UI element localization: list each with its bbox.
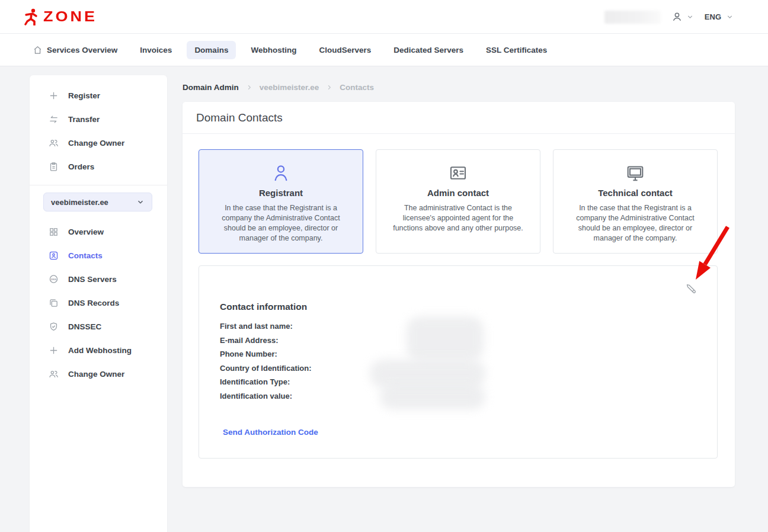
sidebar-item-change-owner[interactable]: Change Owner: [30, 131, 167, 155]
field-label-country: Country of Identification:: [220, 361, 312, 376]
send-authorization-code-link[interactable]: Send Authorization Code: [223, 428, 318, 437]
nav-webhosting[interactable]: Webhosting: [243, 41, 304, 59]
redacted-contact-values: [380, 384, 485, 409]
shield-check-icon: [49, 322, 59, 332]
contact-type-registrant[interactable]: Registrant In the case that the Registra…: [199, 149, 363, 254]
sidebar-item-change-owner-domain[interactable]: Change Owner: [30, 362, 167, 386]
header-right: ENG: [604, 0, 734, 34]
contact-type-description: The administrative Contact is the licens…: [386, 203, 530, 233]
nav-label: Invoices: [140, 46, 172, 55]
nav-label: Dedicated Servers: [393, 46, 463, 55]
contact-info-title: Contact information: [220, 302, 307, 312]
contact-type-title: Technical contact: [563, 188, 708, 198]
page-title: Domain Contacts: [196, 111, 283, 124]
username-redacted: [604, 11, 661, 24]
contact-info-box: Contact information First and last name:…: [199, 265, 718, 459]
field-label-id-type: Identification Type:: [220, 375, 312, 389]
contact-type-description: In the case that the Registrant is a com…: [209, 203, 353, 243]
person-icon: [671, 11, 683, 23]
contact-type-title: Admin contact: [386, 188, 530, 198]
language-label: ENG: [705, 12, 721, 21]
id-card-icon: [386, 162, 530, 184]
brand-logo[interactable]: ZONE: [24, 8, 97, 25]
nav-services-overview[interactable]: Services Overview: [25, 41, 125, 59]
transfer-arrows-icon: [49, 114, 59, 124]
nav-domains[interactable]: Domains: [187, 41, 236, 59]
sidebar-item-register[interactable]: Register: [30, 84, 167, 107]
language-selector[interactable]: ENG: [705, 12, 734, 21]
nav-label: SSL Certificates: [486, 46, 547, 55]
account-menu[interactable]: [671, 11, 694, 23]
sidebar-item-dns-records[interactable]: DNS Records: [30, 291, 167, 315]
chevron-down-icon: [726, 13, 734, 21]
breadcrumb-domain[interactable]: veebimeister.ee: [260, 83, 319, 92]
person-icon: [209, 162, 353, 184]
layers-icon: [49, 298, 59, 308]
home-icon: [33, 46, 42, 55]
top-header: ZONE ENG: [0, 0, 768, 34]
field-label-id-value: Identification value:: [220, 389, 312, 403]
main-nav: Services Overview Invoices Domains Webho…: [0, 34, 768, 66]
sidebar-item-label: DNSSEC: [68, 322, 101, 331]
sidebar-item-contacts[interactable]: Contacts: [30, 243, 167, 267]
edit-contact-button[interactable]: [684, 282, 697, 295]
sidebar-item-label: Register: [68, 91, 100, 100]
field-label-name: First and last name:: [220, 319, 312, 334]
sidebar-item-dnssec[interactable]: DNSSEC: [30, 315, 167, 338]
nav-cloudservers[interactable]: CloudServers: [311, 41, 379, 59]
nav-invoices[interactable]: Invoices: [132, 41, 180, 59]
sidebar-item-label: DNS Records: [68, 299, 119, 307]
sidebar-divider: [30, 185, 167, 185]
brand-name: ZONE: [43, 9, 97, 24]
sidebar-item-label: DNS Servers: [68, 275, 117, 284]
contact-card-icon: [49, 251, 59, 261]
plus-icon: [49, 345, 59, 355]
sidebar-item-orders[interactable]: Orders: [30, 155, 167, 178]
breadcrumb-contacts[interactable]: Contacts: [340, 83, 374, 92]
field-label-phone: Phone Number:: [220, 347, 312, 361]
page: ZONE ENG: [0, 0, 768, 532]
sidebar-item-overview[interactable]: Overview: [30, 220, 167, 243]
redacted-contact-values: [407, 316, 484, 361]
sidebar-item-label: Change Owner: [68, 139, 124, 148]
sidebar-item-label: Orders: [68, 162, 94, 171]
contact-type-technical[interactable]: Technical contact In the case that the R…: [553, 149, 718, 254]
nav-label: Webhosting: [251, 46, 296, 55]
sidebar-item-label: Change Owner: [68, 370, 124, 379]
nav-label: Services Overview: [47, 46, 117, 55]
clipboard-icon: [49, 162, 59, 172]
chevron-right-icon: [326, 84, 332, 91]
users-icon: [49, 138, 59, 148]
contact-type-admin[interactable]: Admin contact The administrative Contact…: [376, 149, 540, 254]
running-man-icon: [24, 8, 39, 25]
nav-dedicated-servers[interactable]: Dedicated Servers: [386, 41, 471, 59]
chevron-down-icon: [686, 13, 694, 21]
svg-text:DNS: DNS: [51, 278, 56, 281]
breadcrumb-domain-admin[interactable]: Domain Admin: [183, 83, 239, 92]
field-label-email: E-mail Address:: [220, 334, 312, 348]
breadcrumb: Domain Admin veebimeister.ee Contacts: [183, 83, 374, 92]
users-icon: [49, 369, 59, 379]
contact-info-fields: First and last name: E-mail Address: Pho…: [220, 319, 312, 403]
sidebar-item-dns-servers[interactable]: DNS DNS Servers: [30, 267, 167, 291]
nav-label: CloudServers: [319, 46, 371, 55]
sidebar-item-transfer[interactable]: Transfer: [30, 107, 167, 131]
nav-label: Domains: [194, 46, 228, 55]
redacted-contact-values: [370, 360, 485, 388]
sidebar-item-add-webhosting[interactable]: Add Webhosting: [30, 338, 167, 362]
domain-contacts-panel: Domain Contacts Registrant In the case t…: [183, 102, 735, 487]
dns-globe-icon: DNS: [49, 274, 59, 284]
sidebar-item-label: Overview: [68, 227, 104, 236]
sidebar-item-label: Transfer: [68, 115, 100, 124]
nav-ssl-certificates[interactable]: SSL Certificates: [478, 41, 555, 59]
chevron-right-icon: [246, 84, 252, 91]
domain-select[interactable]: veebimeister.ee: [43, 193, 152, 211]
pencil-icon: [684, 282, 697, 295]
domain-select-value: veebimeister.ee: [51, 198, 108, 207]
sidebar-item-label: Contacts: [68, 251, 103, 260]
contact-type-description: In the case that the Registrant is a com…: [563, 203, 708, 243]
panel-header: Domain Contacts: [183, 102, 735, 134]
contact-type-row: Registrant In the case that the Registra…: [199, 149, 718, 254]
sidebar: Register Transfer Change Owner: [30, 75, 167, 532]
sidebar-item-label: Add Webhosting: [68, 346, 132, 355]
